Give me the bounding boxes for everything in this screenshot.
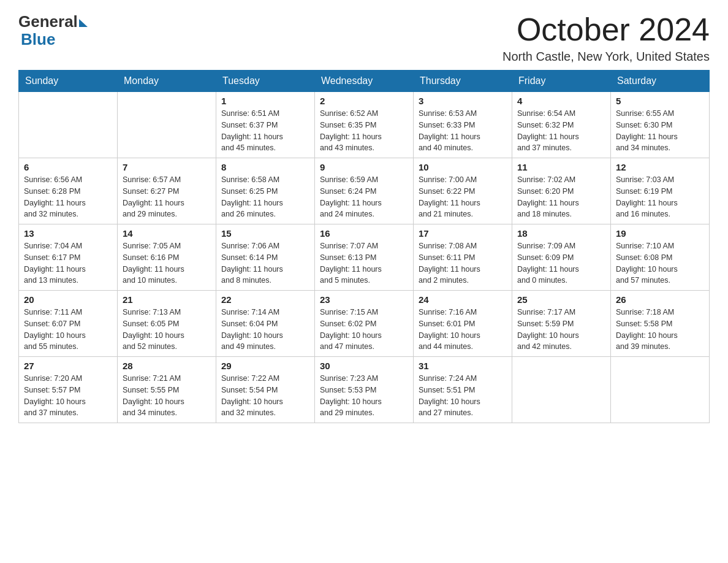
page-header: General Blue October 2024 North Castle, … (18, 12, 710, 64)
day-number: 29 (221, 361, 309, 371)
day-info: Sunrise: 6:59 AM Sunset: 6:24 PM Dayligh… (320, 174, 408, 220)
calendar-table: SundayMondayTuesdayWednesdayThursdayFrid… (18, 70, 710, 423)
calendar-cell: 7Sunrise: 6:57 AM Sunset: 6:27 PM Daylig… (118, 158, 216, 224)
day-number: 27 (24, 361, 112, 371)
day-number: 21 (123, 294, 211, 305)
title-section: October 2024 North Castle, New York, Uni… (502, 12, 710, 64)
calendar-cell: 23Sunrise: 7:15 AM Sunset: 6:02 PM Dayli… (315, 291, 414, 357)
day-info: Sunrise: 7:06 AM Sunset: 6:14 PM Dayligh… (221, 240, 309, 286)
calendar-cell: 17Sunrise: 7:08 AM Sunset: 6:11 PM Dayli… (414, 224, 512, 291)
day-info: Sunrise: 7:10 AM Sunset: 6:08 PM Dayligh… (616, 240, 704, 286)
calendar-cell: 28Sunrise: 7:21 AM Sunset: 5:55 PM Dayli… (118, 357, 216, 423)
day-number: 10 (419, 162, 507, 172)
day-info: Sunrise: 7:04 AM Sunset: 6:17 PM Dayligh… (24, 240, 112, 286)
day-info: Sunrise: 7:21 AM Sunset: 5:55 PM Dayligh… (123, 373, 211, 419)
calendar-cell: 22Sunrise: 7:14 AM Sunset: 6:04 PM Dayli… (216, 291, 315, 357)
day-number: 22 (221, 294, 309, 305)
day-info: Sunrise: 7:05 AM Sunset: 6:16 PM Dayligh… (123, 240, 211, 286)
calendar-cell: 12Sunrise: 7:03 AM Sunset: 6:19 PM Dayli… (611, 158, 710, 224)
day-info: Sunrise: 7:20 AM Sunset: 5:57 PM Dayligh… (24, 373, 112, 419)
day-info: Sunrise: 7:02 AM Sunset: 6:20 PM Dayligh… (517, 174, 605, 220)
day-number: 30 (320, 361, 408, 371)
day-number: 4 (517, 96, 605, 106)
calendar-cell: 20Sunrise: 7:11 AM Sunset: 6:07 PM Dayli… (19, 291, 118, 357)
calendar-cell: 19Sunrise: 7:10 AM Sunset: 6:08 PM Dayli… (611, 224, 710, 291)
day-info: Sunrise: 6:58 AM Sunset: 6:25 PM Dayligh… (221, 174, 309, 220)
day-number: 25 (517, 294, 605, 305)
calendar-cell: 10Sunrise: 7:00 AM Sunset: 6:22 PM Dayli… (414, 158, 512, 224)
calendar-cell (118, 92, 216, 158)
calendar-cell (19, 92, 118, 158)
day-info: Sunrise: 7:00 AM Sunset: 6:22 PM Dayligh… (419, 174, 507, 220)
calendar-cell (512, 357, 611, 423)
day-number: 13 (24, 228, 112, 239)
calendar-cell: 30Sunrise: 7:23 AM Sunset: 5:53 PM Dayli… (315, 357, 414, 423)
header-wednesday: Wednesday (315, 71, 414, 92)
header-monday: Monday (118, 71, 216, 92)
day-info: Sunrise: 7:23 AM Sunset: 5:53 PM Dayligh… (320, 373, 408, 419)
calendar-cell: 13Sunrise: 7:04 AM Sunset: 6:17 PM Dayli… (19, 224, 118, 291)
day-number: 24 (419, 294, 507, 305)
day-number: 2 (320, 96, 408, 106)
calendar-cell: 3Sunrise: 6:53 AM Sunset: 6:33 PM Daylig… (414, 92, 512, 158)
day-info: Sunrise: 7:18 AM Sunset: 5:58 PM Dayligh… (616, 307, 704, 353)
calendar-cell: 15Sunrise: 7:06 AM Sunset: 6:14 PM Dayli… (216, 224, 315, 291)
calendar-cell: 8Sunrise: 6:58 AM Sunset: 6:25 PM Daylig… (216, 158, 315, 224)
day-info: Sunrise: 7:24 AM Sunset: 5:51 PM Dayligh… (419, 373, 507, 419)
day-info: Sunrise: 7:07 AM Sunset: 6:13 PM Dayligh… (320, 240, 408, 286)
calendar-week-4: 20Sunrise: 7:11 AM Sunset: 6:07 PM Dayli… (19, 291, 710, 357)
day-info: Sunrise: 7:16 AM Sunset: 6:01 PM Dayligh… (419, 307, 507, 353)
calendar-cell: 5Sunrise: 6:55 AM Sunset: 6:30 PM Daylig… (611, 92, 710, 158)
day-number: 26 (616, 294, 704, 305)
day-number: 3 (419, 96, 507, 106)
calendar-cell: 25Sunrise: 7:17 AM Sunset: 5:59 PM Dayli… (512, 291, 611, 357)
calendar-cell: 21Sunrise: 7:13 AM Sunset: 6:05 PM Dayli… (118, 291, 216, 357)
day-number: 20 (24, 294, 112, 305)
day-info: Sunrise: 6:56 AM Sunset: 6:28 PM Dayligh… (24, 174, 112, 220)
logo-general-text: General (18, 12, 78, 31)
logo-blue-text: Blue (21, 30, 55, 49)
calendar-cell: 18Sunrise: 7:09 AM Sunset: 6:09 PM Dayli… (512, 224, 611, 291)
calendar-week-3: 13Sunrise: 7:04 AM Sunset: 6:17 PM Dayli… (19, 224, 710, 291)
location-text: North Castle, New York, United States (502, 50, 710, 64)
header-friday: Friday (512, 71, 611, 92)
day-info: Sunrise: 7:14 AM Sunset: 6:04 PM Dayligh… (221, 307, 309, 353)
calendar-cell: 1Sunrise: 6:51 AM Sunset: 6:37 PM Daylig… (216, 92, 315, 158)
logo: General Blue (18, 12, 88, 49)
calendar-cell: 4Sunrise: 6:54 AM Sunset: 6:32 PM Daylig… (512, 92, 611, 158)
day-info: Sunrise: 7:03 AM Sunset: 6:19 PM Dayligh… (616, 174, 704, 220)
calendar-cell (611, 357, 710, 423)
day-number: 17 (419, 228, 507, 239)
day-number: 18 (517, 228, 605, 239)
day-info: Sunrise: 6:54 AM Sunset: 6:32 PM Dayligh… (517, 108, 605, 154)
day-info: Sunrise: 7:22 AM Sunset: 5:54 PM Dayligh… (221, 373, 309, 419)
calendar-cell: 16Sunrise: 7:07 AM Sunset: 6:13 PM Dayli… (315, 224, 414, 291)
day-number: 28 (123, 361, 211, 371)
calendar-week-1: 1Sunrise: 6:51 AM Sunset: 6:37 PM Daylig… (19, 92, 710, 158)
calendar-cell: 31Sunrise: 7:24 AM Sunset: 5:51 PM Dayli… (414, 357, 512, 423)
calendar-cell: 6Sunrise: 6:56 AM Sunset: 6:28 PM Daylig… (19, 158, 118, 224)
day-info: Sunrise: 7:08 AM Sunset: 6:11 PM Dayligh… (419, 240, 507, 286)
day-number: 5 (616, 96, 704, 106)
day-info: Sunrise: 7:15 AM Sunset: 6:02 PM Dayligh… (320, 307, 408, 353)
day-info: Sunrise: 7:17 AM Sunset: 5:59 PM Dayligh… (517, 307, 605, 353)
day-info: Sunrise: 7:13 AM Sunset: 6:05 PM Dayligh… (123, 307, 211, 353)
day-number: 16 (320, 228, 408, 239)
day-number: 15 (221, 228, 309, 239)
header-thursday: Thursday (414, 71, 512, 92)
day-number: 11 (517, 162, 605, 172)
calendar-week-5: 27Sunrise: 7:20 AM Sunset: 5:57 PM Dayli… (19, 357, 710, 423)
day-number: 6 (24, 162, 112, 172)
month-title: October 2024 (502, 12, 710, 47)
calendar-cell: 27Sunrise: 7:20 AM Sunset: 5:57 PM Dayli… (19, 357, 118, 423)
day-info: Sunrise: 7:09 AM Sunset: 6:09 PM Dayligh… (517, 240, 605, 286)
day-number: 23 (320, 294, 408, 305)
header-saturday: Saturday (611, 71, 710, 92)
header-tuesday: Tuesday (216, 71, 315, 92)
day-number: 19 (616, 228, 704, 239)
logo-arrow-icon (79, 19, 88, 27)
calendar-cell: 29Sunrise: 7:22 AM Sunset: 5:54 PM Dayli… (216, 357, 315, 423)
day-info: Sunrise: 6:53 AM Sunset: 6:33 PM Dayligh… (419, 108, 507, 154)
day-number: 8 (221, 162, 309, 172)
header-sunday: Sunday (19, 71, 118, 92)
